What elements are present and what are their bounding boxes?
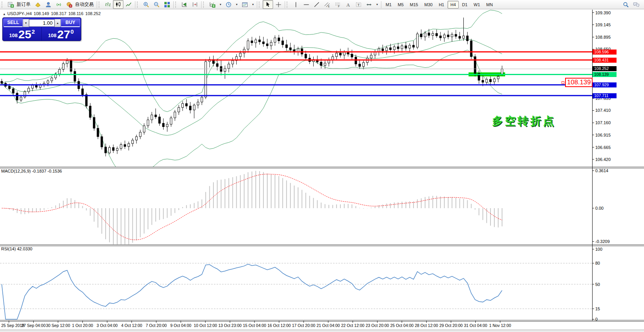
volume-down-button[interactable]: ▼ (23, 19, 29, 27)
periods-dropdown-button[interactable]: ▾ (234, 0, 239, 9)
cursor-icon (265, 2, 271, 8)
bull-candle (274, 38, 276, 43)
chat-button[interactable] (631, 0, 641, 9)
timeframe-button-H1[interactable]: H1 (436, 1, 447, 9)
sell-button[interactable]: SELL (3, 19, 23, 27)
toolbar-button-equidistant-channel[interactable]: E (322, 0, 332, 9)
toolbar-button-candlestick[interactable] (113, 0, 123, 9)
chevron-down-icon: ▾ (235, 3, 239, 6)
price-callout[interactable]: 108.139 (565, 78, 593, 87)
timeframe-button-D1[interactable]: D1 (460, 1, 470, 9)
sell-price-point: 2 (32, 28, 35, 35)
bear-candle (266, 44, 268, 46)
bull-candle (151, 115, 153, 120)
toolbar-button-chart-shift[interactable] (190, 0, 200, 9)
toolbar-grip[interactable] (203, 2, 206, 8)
shapes-dropdown-button[interactable]: ▾ (374, 0, 380, 9)
toolbar-grip[interactable] (287, 2, 289, 8)
bear-candle (382, 49, 384, 51)
sell-price[interactable]: 108 25 2 (3, 27, 41, 41)
toolbar-button-cursor[interactable] (263, 0, 273, 9)
toolbar-button-new-order[interactable] (5, 0, 16, 9)
bear-candle (105, 147, 107, 153)
bear-candle (359, 64, 360, 66)
volume-input[interactable] (29, 19, 55, 27)
text-icon: A (345, 2, 351, 8)
toolbar-grip[interactable] (259, 2, 261, 8)
toolbar-button-vertical-line[interactable] (290, 0, 301, 9)
bear-candle (439, 36, 441, 38)
toolbar-button-zoom-out[interactable] (151, 0, 162, 9)
bull-candle (205, 62, 207, 97)
bull-candle (20, 97, 22, 100)
callout-anchor-icon[interactable] (562, 81, 564, 84)
toolbar-button-indicators[interactable] (207, 0, 217, 9)
toolbar-button-fibonacci[interactable]: F (332, 0, 343, 9)
templates-dropdown-button[interactable]: ▾ (250, 0, 256, 9)
bull-candle (178, 108, 180, 112)
toolbar-button-metaeditor[interactable] (32, 0, 43, 9)
toolbar-button-autotrading[interactable] (64, 0, 74, 9)
bull-candle (343, 52, 345, 55)
bear-candle (459, 36, 461, 38)
toolbar-button-tile-windows[interactable] (162, 0, 172, 9)
toolbar-button-label[interactable]: T (353, 0, 364, 9)
toolbar-button-crosshair[interactable] (273, 0, 284, 9)
metaeditor-icon (35, 2, 41, 8)
toolbar-button-line-chart[interactable] (123, 0, 134, 9)
collapse-triangle-icon[interactable]: ▲ (3, 12, 6, 16)
bear-candle (89, 106, 91, 117)
toolbar-button-periods[interactable] (223, 0, 234, 9)
date-label: 27 Sep 04:00 (21, 323, 45, 328)
toolbar-button-experts[interactable] (43, 0, 53, 9)
timeframe-button-M5[interactable]: M5 (395, 1, 406, 9)
timeframe-button-H4[interactable]: H4 (448, 1, 458, 9)
toolbar-button-shapes[interactable] (364, 0, 374, 9)
window-bottom-edge (0, 330, 644, 332)
toolbar-separator (285, 1, 285, 8)
bear-candle (101, 137, 103, 147)
buy-button[interactable]: BUY (61, 19, 80, 27)
volume-up-button[interactable]: ▲ (55, 19, 61, 27)
toolbar-button-text[interactable]: A (343, 0, 353, 9)
bull-candle (247, 41, 249, 49)
new-order-icon (8, 2, 14, 8)
toolbar-grip[interactable] (99, 2, 101, 8)
turning-point-annotation[interactable]: 多空转折点 (492, 114, 556, 128)
bull-candle (443, 35, 445, 38)
toolbar-button-templates[interactable] (239, 0, 250, 9)
timeframe-button-MN[interactable]: MN (483, 1, 495, 9)
bull-candle (201, 97, 203, 102)
toolbar-button-bar-chart[interactable] (102, 0, 113, 9)
crosshair-icon (275, 2, 282, 8)
candlestick-icon (115, 2, 121, 8)
timeframe-button-M30[interactable]: M30 (422, 1, 435, 9)
date-label: 29 Oct 20:00 (439, 323, 463, 328)
toolbar-button-auto-scroll[interactable] (179, 0, 190, 9)
toolbar-button-horizontal-line[interactable] (301, 0, 311, 9)
toolbar-button-trendline[interactable] (311, 0, 322, 9)
bull-candle (232, 61, 234, 64)
bear-candle (320, 62, 322, 65)
bear-candle (278, 38, 280, 41)
periods-icon (225, 2, 232, 8)
bull-candle (451, 34, 453, 37)
toolbar-button-signals[interactable] (53, 0, 64, 9)
timeframe-button-M15[interactable]: M15 (407, 1, 421, 9)
timeframe-button-W1[interactable]: W1 (471, 1, 483, 9)
highlight-rectangle[interactable] (468, 72, 505, 76)
toolbar-grip[interactable] (137, 2, 140, 8)
date-label: 28 Oct 12:00 (415, 323, 438, 328)
date-label: 7 Oct 20:00 (146, 323, 167, 328)
indicators-dropdown-button[interactable]: ▾ (217, 0, 223, 9)
toolbar-button-zoom-in[interactable] (141, 0, 151, 9)
date-label: 31 Oct 04:00 (464, 323, 487, 328)
bear-candle (155, 115, 157, 117)
timeframe-button-M1[interactable]: M1 (383, 1, 394, 9)
toolbar-grip[interactable] (175, 2, 178, 8)
toolbar-grip[interactable] (2, 2, 4, 8)
buy-price[interactable]: 108 27 0 (41, 27, 80, 41)
chart-canvas[interactable] (0, 10, 644, 332)
search-button[interactable] (620, 0, 631, 9)
chart-area[interactable]: ▲USDJPY-,H4108.149108.317108.116108.252 … (0, 10, 644, 332)
